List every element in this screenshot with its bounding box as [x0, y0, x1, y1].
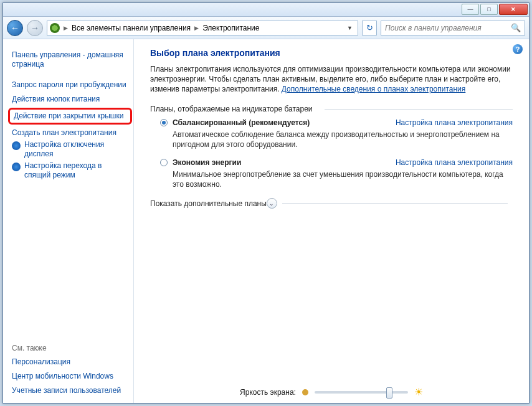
plan-balanced-name[interactable]: Сбалансированный (рекомендуется)	[173, 118, 310, 127]
sleep-icon	[12, 163, 21, 171]
help-icon[interactable]: ?	[513, 44, 523, 54]
brightness-slider-thumb[interactable]	[386, 387, 392, 399]
minimize-button[interactable]: —	[462, 4, 479, 15]
plan-powersaver-radio[interactable]	[160, 159, 168, 166]
plan-powersaver: Экономия энергии Настройка плана электро…	[160, 158, 513, 189]
intro-more-link[interactable]: Дополнительные сведения о планах электро…	[282, 85, 465, 93]
display-icon	[12, 141, 21, 150]
brightness-low-icon	[302, 389, 308, 395]
content-body: Панель управления - домашняя страница За…	[3, 39, 529, 403]
sidebar-item-display-off[interactable]: Настройка отключения дисплея	[12, 140, 130, 159]
nav-forward-button[interactable]: →	[27, 20, 43, 36]
plan-balanced-desc: Автоматическое соблюдение баланса между …	[173, 130, 513, 149]
search-icon[interactable]: 🔍	[511, 23, 521, 32]
main-panel: ? Выбор плана электропитания Планы элект…	[134, 39, 529, 403]
plan-balanced-settings-link[interactable]: Настройка плана электропитания	[396, 118, 513, 127]
breadcrumb-item[interactable]: Все элементы панели управления	[72, 24, 191, 32]
maximize-button[interactable]: □	[480, 4, 498, 15]
sidebar-item-power-buttons[interactable]: Действия кнопок питания	[12, 92, 130, 106]
sidebar-item-lid-close[interactable]: Действие при закрытии крышки	[14, 111, 126, 121]
sidebar-item-create-plan[interactable]: Создать план электропитания	[12, 126, 130, 140]
show-additional-plans[interactable]: Показать дополнительные планы ⌄	[150, 198, 513, 209]
brightness-slider[interactable]	[315, 391, 408, 394]
brightness-control: Яркость экрана: ☀	[134, 386, 529, 398]
plan-powersaver-settings-link[interactable]: Настройка плана электропитания	[396, 158, 513, 167]
sidebar-item-display-off-link[interactable]: Настройка отключения дисплея	[24, 140, 130, 159]
sidebar-item-wake-password[interactable]: Запрос пароля при пробуждении	[12, 78, 130, 92]
see-also-mobility-center[interactable]: Центр мобильности Windows	[12, 369, 130, 384]
chevron-down-icon[interactable]: ⌄	[267, 198, 277, 209]
sidebar: Панель управления - домашняя страница За…	[3, 39, 134, 403]
plan-balanced: Сбалансированный (рекомендуется) Настрой…	[160, 118, 513, 149]
page-title: Выбор плана электропитания	[150, 48, 513, 58]
expander-label: Показать дополнительные планы	[150, 199, 267, 208]
search-placeholder: Поиск в панели управления	[385, 24, 482, 32]
titlebar: — □ ✕	[3, 3, 529, 17]
sidebar-item-sleep[interactable]: Настройка перехода в спящий режим	[12, 161, 130, 180]
see-also-personalization[interactable]: Персонализация	[12, 355, 130, 369]
see-also-heading: См. также	[12, 344, 130, 352]
nav-back-button[interactable]: ←	[7, 20, 23, 36]
control-panel-window: — □ ✕ ← → ▶ Все элементы панели управлен…	[2, 2, 530, 404]
breadcrumb-sep-icon: ▶	[64, 25, 68, 31]
breadcrumb-sep-icon: ▶	[194, 25, 199, 31]
close-button[interactable]: ✕	[499, 4, 528, 15]
sidebar-item-sleep-link[interactable]: Настройка перехода в спящий режим	[24, 161, 130, 180]
see-also-user-accounts[interactable]: Учетные записи пользователей	[12, 384, 130, 398]
brightness-high-icon: ☀	[414, 386, 423, 398]
sidebar-see-also: См. также Персонализация Центр мобильнос…	[12, 331, 130, 398]
brightness-label: Яркость экрана:	[240, 388, 296, 397]
plan-balanced-radio[interactable]	[160, 119, 168, 126]
plan-powersaver-desc: Минимальное энергопотребление за счет ум…	[173, 169, 513, 189]
window-buttons: — □ ✕	[462, 3, 529, 15]
refresh-button[interactable]: ↻	[362, 21, 377, 35]
breadcrumb-item[interactable]: Электропитание	[202, 24, 259, 32]
address-dropdown-icon[interactable]: ▼	[344, 25, 355, 31]
sidebar-home-link[interactable]: Панель управления - домашняя страница	[12, 48, 130, 72]
search-box[interactable]: Поиск в панели управления 🔍	[381, 21, 525, 35]
plans-group-label: Планы, отображаемые на индикаторе батаре…	[150, 105, 513, 113]
control-panel-icon	[50, 23, 60, 33]
navbar: ← → ▶ Все элементы панели управления ▶ Э…	[3, 17, 529, 39]
plan-powersaver-name[interactable]: Экономия энергии	[173, 158, 241, 167]
sidebar-item-lid-close-highlight: Действие при закрытии крышки	[8, 108, 132, 125]
intro-text: Планы электропитания используются для оп…	[150, 64, 513, 95]
address-bar[interactable]: ▶ Все элементы панели управления ▶ Элект…	[47, 21, 358, 35]
